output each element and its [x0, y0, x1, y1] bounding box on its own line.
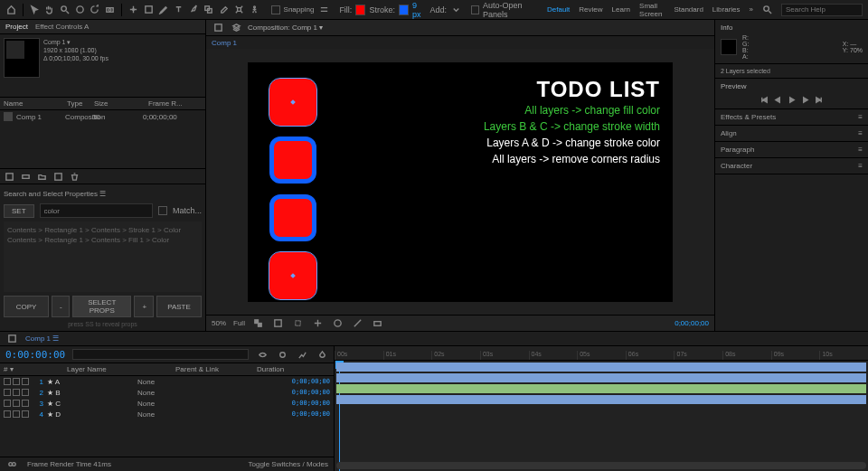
orbit-tool-icon[interactable] — [74, 4, 86, 16]
visibility-toggle[interactable] — [4, 378, 11, 385]
shape-c[interactable] — [269, 194, 316, 241]
character-panel[interactable]: Character≡ — [715, 158, 868, 174]
shape-a[interactable] — [269, 79, 316, 126]
zoom-level[interactable]: 50% — [212, 319, 226, 327]
new-folder-icon[interactable] — [36, 171, 47, 182]
results-list[interactable]: Contents > Rectangle 1 > Contents > Stro… — [4, 221, 202, 292]
ws-small[interactable]: Small Screen — [639, 2, 665, 18]
transparency-grid-icon[interactable] — [252, 317, 265, 330]
bpc-icon[interactable] — [20, 171, 31, 182]
resolution[interactable]: Full — [233, 319, 245, 327]
col-name[interactable]: Name — [4, 99, 67, 108]
snapping-checkbox[interactable] — [271, 5, 280, 14]
ws-libraries[interactable]: Libraries — [712, 5, 741, 14]
first-frame-icon[interactable] — [760, 94, 770, 105]
effects-presets-panel[interactable]: Effects & Presets≡ — [715, 109, 868, 126]
project-thumbnail[interactable] — [4, 38, 40, 78]
visibility-toggle[interactable] — [4, 389, 11, 396]
col-type[interactable]: Type — [67, 99, 94, 108]
snap-opts-icon[interactable] — [317, 4, 330, 16]
selection-tool-icon[interactable] — [29, 4, 41, 16]
layer-icon[interactable] — [230, 22, 242, 34]
zoom-tool-icon[interactable] — [59, 4, 71, 16]
timeline-layer[interactable]: 2★ BNone0;00;00;00 — [0, 387, 334, 398]
solo-toggle[interactable] — [13, 410, 20, 418]
mask-vis-icon[interactable] — [272, 317, 285, 330]
ws-standard[interactable]: Standard — [674, 5, 703, 14]
set-button[interactable]: SET — [4, 204, 34, 218]
lock-toggle[interactable] — [22, 410, 29, 418]
search-prop-input[interactable] — [40, 203, 153, 218]
blur-icon[interactable] — [276, 348, 288, 361]
solo-toggle[interactable] — [13, 400, 20, 407]
select-props-button[interactable]: SELECT PROPS — [72, 296, 131, 317]
toggle-switches[interactable]: Toggle Switches / Modes — [249, 460, 329, 468]
roto-tool-icon[interactable] — [233, 4, 245, 16]
stroke-swatch[interactable] — [399, 5, 409, 15]
tab-effect-controls[interactable]: Effect Controls A — [35, 23, 89, 31]
paste-button[interactable]: PASTE — [156, 296, 202, 317]
timeline-search[interactable] — [72, 349, 249, 360]
col-layer-name[interactable]: Layer Name — [67, 365, 175, 373]
timeline-layer[interactable]: 1★ ANone0;00;00;00 — [0, 376, 334, 387]
col-fps[interactable]: Frame R... — [148, 99, 183, 108]
visibility-toggle[interactable] — [4, 410, 11, 418]
mask-icon[interactable] — [212, 22, 224, 34]
minus-button[interactable]: - — [52, 296, 70, 317]
graph-icon[interactable] — [296, 348, 308, 361]
brush-tool-icon[interactable] — [188, 4, 200, 16]
viewer-time[interactable]: 0;00;00;00 — [675, 319, 709, 327]
layer-bar[interactable] — [336, 363, 866, 372]
solo-toggle[interactable] — [13, 378, 20, 385]
comp-tab[interactable]: Composition: Comp 1 ▾ — [248, 24, 323, 32]
lock-toggle[interactable] — [22, 389, 29, 396]
current-timecode[interactable]: 0:00:00:00 — [5, 349, 65, 361]
autoopen-checkbox[interactable] — [471, 5, 479, 14]
trash-icon[interactable] — [69, 171, 80, 182]
fill-swatch[interactable] — [355, 5, 365, 15]
pen-tool-icon[interactable] — [157, 4, 169, 16]
lock-toggle[interactable] — [22, 378, 29, 385]
eraser-tool-icon[interactable] — [218, 4, 230, 16]
rotate-tool-icon[interactable] — [90, 4, 101, 16]
ws-learn[interactable]: Learn — [612, 5, 630, 14]
prev-frame-icon[interactable] — [773, 94, 784, 105]
search-icon[interactable] — [762, 4, 772, 16]
visibility-toggle[interactable] — [4, 400, 11, 407]
stroke-width[interactable]: 9 px — [412, 1, 426, 19]
ws-more-icon[interactable]: » — [750, 5, 753, 14]
solo-toggle[interactable] — [13, 389, 20, 396]
composition-viewport[interactable]: TODO LIST All layers -> change fill colo… — [248, 62, 673, 302]
clone-tool-icon[interactable] — [203, 4, 215, 16]
camera-tool-icon[interactable] — [104, 4, 116, 16]
exposure-icon[interactable] — [352, 317, 364, 330]
plus-button[interactable]: + — [134, 296, 154, 317]
snapshot-icon[interactable] — [372, 317, 384, 330]
help-search-input[interactable] — [781, 4, 863, 16]
add-menu-icon[interactable] — [450, 4, 462, 16]
timeline-layer[interactable]: 3★ CNone0;00;00;00 — [0, 398, 334, 409]
layer-bar[interactable] — [336, 373, 866, 382]
new-comp-icon[interactable] — [52, 171, 63, 182]
blend-icon[interactable] — [316, 348, 328, 361]
timeline-opts-icon[interactable] — [5, 333, 18, 345]
layer-bar[interactable] — [336, 384, 866, 393]
rect-tool-icon[interactable] — [143, 4, 155, 16]
tl-switch-icon[interactable] — [5, 458, 18, 471]
next-frame-icon[interactable] — [800, 94, 811, 105]
col-toggles[interactable]: # ▾ — [4, 365, 67, 373]
last-frame-icon[interactable] — [814, 94, 825, 105]
copy-button[interactable]: COPY — [4, 296, 49, 317]
comp-breadcrumb[interactable]: Comp 1 — [212, 39, 237, 47]
anchor-tool-icon[interactable] — [127, 4, 139, 16]
home-icon[interactable] — [5, 4, 17, 16]
shape-b[interactable] — [269, 137, 316, 184]
shy-icon[interactable] — [256, 348, 269, 361]
region-icon[interactable] — [292, 317, 305, 330]
paragraph-panel[interactable]: Paragraph≡ — [715, 142, 868, 158]
layer-bar[interactable] — [336, 395, 866, 404]
col-size[interactable]: Size — [94, 99, 148, 108]
timeline-tab[interactable]: Comp 1 ☰ — [25, 334, 59, 343]
play-icon[interactable] — [787, 94, 797, 105]
tab-project[interactable]: Project — [5, 23, 28, 31]
